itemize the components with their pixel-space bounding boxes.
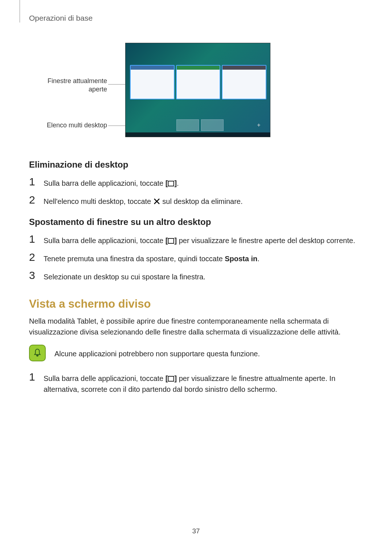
note-block: Alcune applicazioni potrebbero non suppo… — [29, 345, 363, 361]
page-header: Operazioni di base — [29, 14, 93, 22]
move-step-3: 3 Selezionate un desktop su cui spostare… — [29, 271, 363, 282]
split-step-1: 1 Sulla barra delle applicazioni, toccat… — [29, 372, 363, 395]
svg-rect-3 — [168, 238, 174, 243]
svg-rect-4 — [168, 376, 174, 381]
split-intro: Nella modalità Tablet, è possibile aprir… — [29, 316, 363, 337]
move-step-1: 1 Sulla barra delle applicazioni, toccat… — [29, 234, 363, 246]
callout-multi-desktop: Elenco multi desktop — [34, 122, 107, 129]
move-step-2: 2 Tenete premuta una finestra da spostar… — [29, 253, 363, 264]
new-desktop-icon: + — [253, 119, 265, 131]
bell-icon — [29, 345, 46, 361]
delete-step-2: 2 Nell'elenco multi desktop, toccate sul… — [29, 195, 363, 207]
svg-rect-0 — [168, 181, 174, 186]
callout-open-windows: Finestre attualmente aperte — [34, 77, 107, 93]
task-view-illustration: Finestre attualmente aperte Elenco multi… — [29, 36, 363, 145]
close-x-icon — [153, 198, 160, 205]
screenshot-task-view: + — [125, 43, 270, 137]
heading-split-view: Vista a schermo diviso — [29, 297, 363, 311]
heading-move-windows: Spostamento di finestre su un altro desk… — [29, 217, 363, 227]
delete-step-1: 1 Sulla barra delle applicazioni, toccat… — [29, 177, 363, 189]
page-number: 37 — [0, 527, 392, 535]
task-view-icon — [168, 376, 174, 382]
heading-delete-desktop: Eliminazione di desktop — [29, 160, 363, 170]
task-view-icon — [168, 180, 174, 187]
task-view-icon — [168, 238, 174, 244]
